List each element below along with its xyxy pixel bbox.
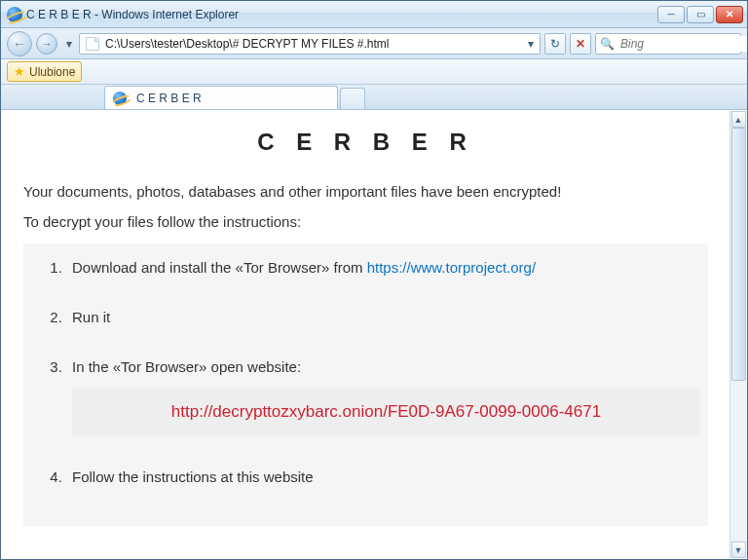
instructions-intro: To decrypt your files follow the instruc…	[23, 213, 708, 230]
search-box[interactable]: 🔍	[595, 33, 741, 55]
tab-title: C E R B E R	[136, 92, 202, 105]
minimize-button[interactable]: ─	[657, 6, 685, 23]
scrollbar-track[interactable]	[731, 128, 746, 541]
step-4: Follow the instructions at this website	[66, 468, 700, 485]
address-dropdown[interactable]: ▾	[524, 37, 538, 51]
stop-button[interactable]: ✕	[570, 33, 591, 55]
onion-url: http://decrypttozxybarc.onion/FE0D-9A67-…	[171, 402, 601, 421]
instructions-list: Download and install the «Tor Browser» f…	[31, 259, 700, 485]
encrypted-notice: Your documents, photos, databases and ot…	[23, 183, 708, 200]
favorites-bar: ★ Ulubione	[1, 59, 747, 85]
tab-active[interactable]: C E R B E R	[104, 86, 338, 109]
new-tab-button[interactable]	[340, 88, 365, 109]
page-icon	[86, 37, 99, 51]
step-3-text: In the «Tor Browser» open website:	[72, 358, 301, 375]
favorites-label: Ulubione	[29, 65, 75, 79]
onion-url-box: http://decrypttozxybarc.onion/FE0D-9A67-…	[72, 389, 700, 435]
address-bar[interactable]: ▾	[79, 33, 541, 55]
address-input[interactable]	[103, 35, 524, 53]
search-icon: 🔍	[600, 37, 615, 51]
search-input[interactable]	[618, 36, 748, 52]
vertical-scrollbar[interactable]: ▲ ▼	[729, 111, 746, 558]
window-titlebar: C E R B E R - Windows Internet Explorer …	[1, 1, 747, 28]
nav-history-dropdown[interactable]: ▾	[63, 37, 75, 51]
maximize-button[interactable]: ▭	[687, 6, 714, 23]
step-1: Download and install the «Tor Browser» f…	[66, 259, 700, 276]
window-title: C E R B E R - Windows Internet Explorer	[26, 8, 239, 21]
forward-button[interactable]: →	[36, 33, 57, 55]
scroll-up-button[interactable]: ▲	[731, 111, 746, 128]
favorites-button[interactable]: ★ Ulubione	[7, 61, 82, 82]
star-icon: ★	[14, 64, 25, 79]
ie-icon	[113, 92, 127, 105]
step-3: In the «Tor Browser» open website: http:…	[66, 358, 700, 435]
browser-viewport: C E R B E R Your documents, photos, data…	[2, 111, 746, 558]
ie-icon	[7, 7, 22, 22]
close-button[interactable]: ✕	[716, 6, 743, 23]
page-heading: C E R B E R	[23, 129, 708, 156]
step-2: Run it	[66, 309, 700, 325]
tab-strip: C E R B E R	[1, 85, 747, 110]
step-1-text: Download and install the «Tor Browser» f…	[72, 259, 367, 276]
instructions-box: Download and install the «Tor Browser» f…	[23, 243, 708, 526]
tor-project-link[interactable]: https://www.torproject.org/	[367, 259, 536, 276]
page-content-area: C E R B E R Your documents, photos, data…	[2, 111, 729, 558]
scrollbar-thumb[interactable]	[731, 128, 746, 381]
refresh-button[interactable]: ↻	[544, 33, 566, 55]
nav-toolbar: ← → ▾ ▾ ↻ ✕ 🔍	[1, 28, 747, 59]
scroll-down-button[interactable]: ▼	[731, 541, 746, 558]
back-button[interactable]: ←	[7, 31, 32, 56]
